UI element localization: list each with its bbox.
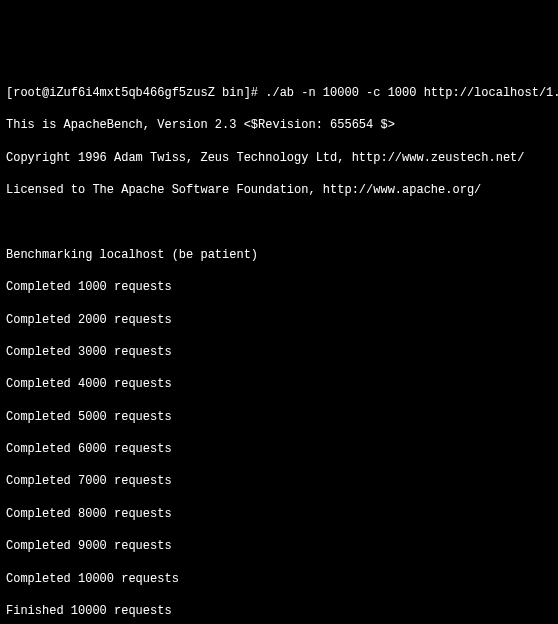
progress-line: Completed 7000 requests (6, 473, 552, 489)
copyright-line: Licensed to The Apache Software Foundati… (6, 182, 552, 198)
copyright-line: Copyright 1996 Adam Twiss, Zeus Technolo… (6, 150, 552, 166)
progress-line: Completed 4000 requests (6, 376, 552, 392)
progress-line: Completed 8000 requests (6, 506, 552, 522)
progress-line: Completed 1000 requests (6, 279, 552, 295)
progress-line: Completed 2000 requests (6, 312, 552, 328)
progress-line: Completed 6000 requests (6, 441, 552, 457)
terminal-output: [root@iZuf6i4mxt5qb466gf5zusZ bin]# ./ab… (6, 69, 552, 624)
progress-line: Completed 10000 requests (6, 571, 552, 587)
progress-line: Completed 5000 requests (6, 409, 552, 425)
shell-prompt[interactable]: [root@iZuf6i4mxt5qb466gf5zusZ bin]# ./ab… (6, 85, 552, 101)
progress-line: Completed 3000 requests (6, 344, 552, 360)
tool-version: This is ApacheBench, Version 2.3 <$Revis… (6, 117, 552, 133)
progress-line: Completed 9000 requests (6, 538, 552, 554)
progress-line: Finished 10000 requests (6, 603, 552, 619)
benchmark-line: Benchmarking localhost (be patient) (6, 247, 552, 263)
blank-line (6, 214, 552, 230)
